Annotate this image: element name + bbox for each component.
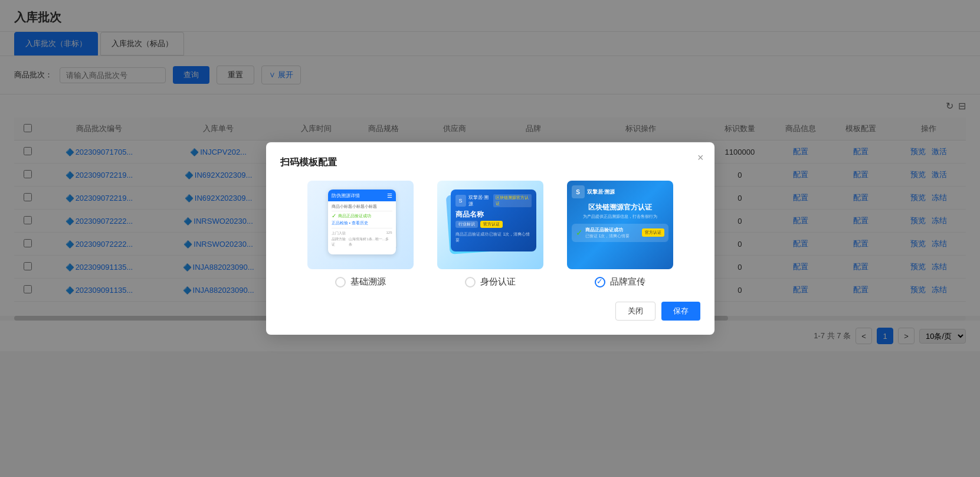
card-select-auth: 身份认证 <box>465 276 516 287</box>
template-card-brand[interactable]: S 双擎居·溯源 区块链溯源官方认证 为产品提供正品溯源信息，打击售假行为 ✓ <box>561 181 679 287</box>
template-image-basic: 防伪溯源详情 ☰ 商品小标题小标题小标题 ✓ 商品正品验证成功 正品 <box>307 181 414 269</box>
modal-cancel-button[interactable]: 关闭 <box>615 302 655 321</box>
template-image-brand: S 双擎居·溯源 区块链溯源官方认证 为产品提供正品溯源信息，打击售假行为 ✓ <box>567 181 673 269</box>
template-name-basic: 基础溯源 <box>350 276 386 287</box>
modal-title: 扫码模板配置 <box>280 156 700 169</box>
modal-footer: 关闭 保存 <box>280 302 700 321</box>
modal-save-button[interactable]: 保存 <box>661 302 700 321</box>
template-card-auth[interactable]: S 双擎居·溯源 区块链溯源官方认证 商品名称 行业标识 官方认证 商品正品验证… <box>431 181 549 287</box>
radio-basic <box>335 277 346 287</box>
template-card-basic[interactable]: 防伪溯源详情 ☰ 商品小标题小标题小标题 ✓ 商品正品验证成功 正品 <box>301 181 419 287</box>
template-name-auth: 身份认证 <box>480 276 516 287</box>
template-config-modal: 扫码模板配置 × 防伪溯源详情 <box>266 142 714 335</box>
radio-auth <box>465 277 476 287</box>
modal-overlay: 扫码模板配置 × 防伪溯源详情 <box>0 0 980 477</box>
modal-close-button[interactable]: × <box>697 152 704 164</box>
template-image-auth: S 双擎居·溯源 区块链溯源官方认证 商品名称 行业标识 官方认证 商品正品验证… <box>437 181 543 269</box>
card-select-basic: 基础溯源 <box>335 276 386 287</box>
card-select-brand: 品牌宣传 <box>595 276 645 287</box>
radio-brand-checked <box>595 277 605 287</box>
template-name-brand: 品牌宣传 <box>610 276 645 287</box>
template-cards-container: 防伪溯源详情 ☰ 商品小标题小标题小标题 ✓ 商品正品验证成功 正品 <box>280 181 700 287</box>
